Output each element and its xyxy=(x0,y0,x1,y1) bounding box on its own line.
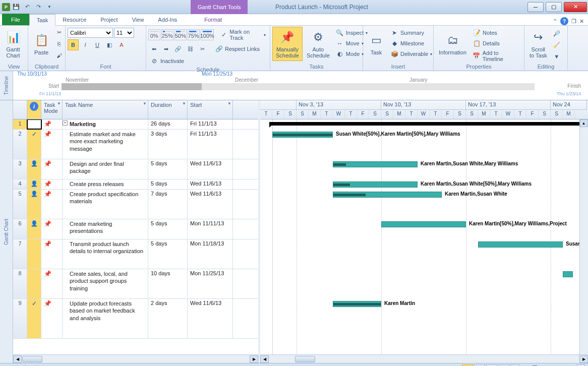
cell-name[interactable]: Create product specification materials xyxy=(63,190,148,219)
cell-indicator[interactable]: 👤 xyxy=(27,219,41,239)
day-header[interactable]: W xyxy=(333,110,345,119)
cell-indicator[interactable] xyxy=(27,269,41,298)
day-header[interactable]: T xyxy=(321,110,333,119)
cell-indicator[interactable]: ✓ xyxy=(27,130,41,159)
cell-name[interactable]: Update product forecasts based on market… xyxy=(63,299,148,338)
cell-start[interactable]: Fri 11/1/13 xyxy=(188,119,233,129)
inactivate-button[interactable]: ⊘Inactivate xyxy=(148,56,186,66)
cell-start[interactable]: Fri 11/1/13 xyxy=(188,130,233,159)
chart-hscroll-left[interactable]: ◀ xyxy=(260,355,269,363)
week-2[interactable]: Nov 17, '13 xyxy=(466,100,551,110)
information-button[interactable]: 🗂 Information xyxy=(436,27,469,61)
day-header[interactable]: T xyxy=(345,110,357,119)
day-header[interactable]: W xyxy=(418,110,430,119)
task-bar[interactable] xyxy=(333,161,418,167)
copy-button[interactable]: ⎘ xyxy=(53,38,65,49)
auto-schedule-button[interactable]: ⚙ Auto Schedule xyxy=(304,27,333,61)
day-header[interactable]: T xyxy=(490,110,502,119)
paste-button[interactable]: 📋 Paste xyxy=(30,27,52,61)
row-number[interactable]: 8 xyxy=(13,269,27,298)
zoom-in-button[interactable]: + xyxy=(576,364,585,367)
day-header[interactable]: M xyxy=(393,110,405,119)
cell-mode[interactable]: 📌 xyxy=(41,190,63,219)
qat-customize-button[interactable]: ▼ xyxy=(44,2,54,12)
pct-0-button[interactable]: 0% xyxy=(148,29,160,40)
row-number[interactable]: 7 xyxy=(13,239,27,269)
cell-mode[interactable]: 📌 xyxy=(41,179,63,189)
cell-mode[interactable]: 📌 xyxy=(41,299,63,338)
cell-name[interactable]: Transmit product launch details to inter… xyxy=(63,239,148,269)
format-painter-button[interactable]: 🖌 xyxy=(53,50,65,61)
view-resource-sheet-button[interactable]: ▣ xyxy=(498,364,509,367)
find-button[interactable]: 🔎 xyxy=(551,28,562,39)
th-start[interactable]: Start▼ xyxy=(188,100,233,119)
day-header[interactable]: T xyxy=(260,110,272,119)
unlink-button[interactable]: ⛓ xyxy=(185,43,196,54)
milestone-button[interactable]: ◆Milestone xyxy=(388,38,434,48)
cut-button[interactable]: ✂ xyxy=(53,27,65,38)
collapse-button[interactable]: − xyxy=(63,120,68,126)
row-number[interactable]: 9 xyxy=(13,299,27,338)
cell-mode[interactable]: 📌 xyxy=(41,219,63,239)
day-header[interactable]: S xyxy=(369,110,381,119)
cell-mode[interactable]: 📌 xyxy=(41,130,63,159)
help-button[interactable]: ? xyxy=(560,17,568,25)
qat-save-button[interactable]: 💾 xyxy=(11,2,21,12)
th-duration[interactable]: Duration▼ xyxy=(148,100,188,119)
view-team-planner-button[interactable]: ▥ xyxy=(486,364,497,367)
cell-duration[interactable]: 10 days xyxy=(148,269,188,298)
hscroll-thumb[interactable] xyxy=(22,356,42,362)
cell-mode[interactable]: 📌 xyxy=(41,119,63,129)
tab-format[interactable]: Format xyxy=(197,14,229,25)
pct-25-button[interactable]: 25% xyxy=(161,29,173,40)
th-mode[interactable]: Task Mode▼ xyxy=(41,100,63,119)
task-bar[interactable] xyxy=(333,181,418,188)
day-header[interactable]: F xyxy=(526,110,539,119)
qat-undo-button[interactable]: ↶ xyxy=(22,2,32,12)
cell-indicator[interactable] xyxy=(27,119,41,129)
minimize-button[interactable]: ─ xyxy=(527,2,544,12)
cell-duration[interactable]: 5 days xyxy=(148,159,188,179)
cell-start[interactable]: Wed 11/6/13 xyxy=(188,159,233,179)
day-header[interactable]: T xyxy=(514,110,526,119)
cell-start[interactable]: Wed 11/6/13 xyxy=(188,190,233,219)
row-number[interactable]: 2 xyxy=(13,130,27,159)
vscroll-up[interactable]: ▲ xyxy=(580,119,587,127)
day-header[interactable]: M xyxy=(563,110,575,119)
cell-duration[interactable]: 5 days xyxy=(148,239,188,269)
cell-mode[interactable]: 📌 xyxy=(41,159,63,179)
pct-100-button[interactable]: 100% xyxy=(201,29,214,40)
cell-indicator[interactable]: 👤 xyxy=(27,190,41,219)
minimize-ribbon-icon[interactable]: ⌃ xyxy=(553,18,557,25)
cell-mode[interactable]: 📌 xyxy=(41,269,63,298)
cell-indicator[interactable] xyxy=(27,239,41,269)
clear-button[interactable]: 🧹 xyxy=(551,39,562,50)
cell-name[interactable]: −Marketing xyxy=(63,119,148,129)
respect-links-button[interactable]: 🔗Respect Links xyxy=(213,44,262,54)
timeline-bar-right[interactable] xyxy=(202,83,535,90)
bold-button[interactable]: B xyxy=(68,39,79,50)
cell-start[interactable]: Wed 11/6/13 xyxy=(188,299,233,338)
summary-bar[interactable] xyxy=(269,122,588,126)
restore-window-icon[interactable]: ❐ xyxy=(571,18,576,25)
day-header[interactable]: F xyxy=(357,110,369,119)
cell-name[interactable]: Create marketing presentations xyxy=(63,219,148,239)
cell-duration[interactable]: 7 days xyxy=(148,190,188,219)
manually-schedule-button[interactable]: 📌 Manually Schedule xyxy=(272,27,303,61)
day-header[interactable]: S xyxy=(539,110,551,119)
cell-name[interactable]: Create sales, local, and product support… xyxy=(63,269,148,298)
maximize-button[interactable]: ▢ xyxy=(546,2,562,12)
chart-hscroll-thumb[interactable] xyxy=(295,356,315,362)
day-header[interactable]: W xyxy=(502,110,514,119)
cell-duration[interactable]: 26 days xyxy=(148,119,188,129)
th-indicators[interactable]: i xyxy=(27,100,41,119)
hscroll-left[interactable]: ◀ xyxy=(13,355,22,363)
cell-duration[interactable]: 5 days xyxy=(148,219,188,239)
task-bar[interactable] xyxy=(563,271,573,277)
view-gantt-button[interactable]: ▦ xyxy=(462,364,473,367)
th-name[interactable]: Task Name▼ xyxy=(63,100,148,119)
day-header[interactable]: F xyxy=(272,110,284,119)
cell-name[interactable]: Design and order final package xyxy=(63,159,148,179)
fill-color-button[interactable]: ◧ xyxy=(104,39,115,50)
table-hscroll[interactable]: ◀ ▶ xyxy=(13,354,258,363)
